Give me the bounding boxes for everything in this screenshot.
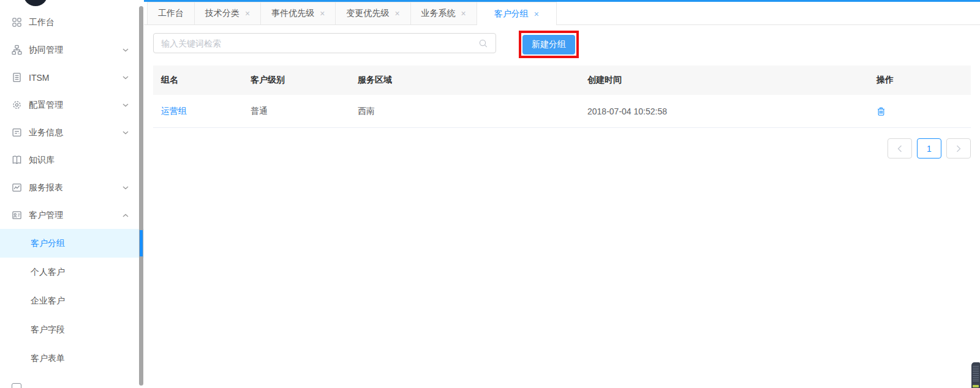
chevron-down-icon: [123, 131, 129, 135]
annotation-highlight-box: 新建分组: [519, 31, 579, 58]
sidebar-subitem-individual-customers[interactable]: 个人客户: [0, 258, 144, 286]
form-icon: [12, 127, 22, 138]
pagination-prev-button[interactable]: [888, 138, 912, 159]
org-chart-icon: [12, 45, 22, 55]
search-box: [153, 33, 496, 53]
chevron-right-icon: [956, 145, 961, 152]
close-tab-icon[interactable]: [461, 9, 466, 18]
sidebar-item-label: 知识库: [29, 155, 55, 166]
tab-bar: 工作台 技术分类 事件优先级 变更优先级 业务系统 客户分组: [144, 2, 980, 25]
sidebar-subitem-customer-fields[interactable]: 客户字段: [0, 315, 144, 344]
tab-label: 客户分组: [494, 9, 529, 20]
grid-icon: [12, 17, 22, 28]
chevron-down-icon: [123, 186, 129, 190]
column-header-service-region: 服务区域: [350, 75, 579, 86]
report-chart-icon: [12, 182, 22, 193]
active-item-marker: [140, 230, 143, 256]
tab-change-priority[interactable]: 变更优先级: [335, 2, 410, 24]
tab-business-system[interactable]: 业务系统: [410, 2, 477, 24]
sidebar-item-knowledge-base[interactable]: 知识库: [0, 146, 144, 174]
id-card-icon: [12, 210, 22, 220]
close-tab-icon[interactable]: [320, 9, 325, 18]
sidebar-item-collaboration[interactable]: 协同管理: [0, 36, 144, 64]
service-region-cell: 西南: [350, 106, 579, 117]
tab-workbench[interactable]: 工作台: [147, 2, 195, 24]
customer-groups-table: 组名 客户级别 服务区域 创建时间 操作 运营组 普通 西南 2018-07-0…: [153, 65, 971, 128]
sidebar-subitem-label: 企业客户: [31, 296, 65, 307]
tab-tech-category[interactable]: 技术分类: [194, 2, 261, 24]
customer-level-cell: 普通: [243, 106, 350, 117]
sidebar-item-label: 工作台: [29, 17, 55, 28]
column-header-actions: 操作: [869, 75, 971, 86]
sidebar-scrollbar-thumb[interactable]: [139, 6, 143, 386]
sidebar-subitem-customer-forms[interactable]: 客户表单: [0, 344, 144, 373]
close-tab-icon[interactable]: [534, 10, 539, 18]
sidebar-item-customer-management[interactable]: 客户管理: [0, 201, 144, 229]
floating-dock-widget[interactable]: [971, 362, 980, 388]
sidebar-item-label: 服务报表: [29, 182, 63, 193]
main-content: 工作台 技术分类 事件优先级 变更优先级 业务系统 客户分组: [144, 0, 980, 388]
sidebar-item-label: 业务信息: [29, 127, 63, 138]
gear-icon: [12, 100, 22, 110]
created-at-cell: 2018-07-04 10:52:58: [579, 106, 869, 116]
sidebar-item-label: ITSM: [29, 73, 49, 83]
tab-label: 事件优先级: [271, 8, 314, 19]
sidebar-item-label: 配置管理: [29, 100, 63, 111]
app-logo: [23, 0, 48, 6]
document-icon: [12, 72, 22, 83]
dock-green-indicator: [973, 385, 979, 387]
tab-label: 技术分类: [205, 8, 239, 19]
sidebar-subitem-label: 客户字段: [31, 324, 65, 335]
pagination-page-1[interactable]: 1: [917, 138, 941, 159]
tab-label: 业务系统: [421, 8, 456, 19]
sidebar-item-label: 协同管理: [29, 45, 63, 56]
search-input[interactable]: [154, 39, 478, 48]
sidebar-item-itsm[interactable]: ITSM: [0, 64, 144, 91]
chevron-down-icon: [123, 76, 129, 80]
chevron-down-icon: [123, 48, 129, 52]
tab-label: 工作台: [158, 8, 184, 19]
sidebar-subitem-customer-groups[interactable]: 客户分组: [0, 229, 144, 258]
close-tab-icon[interactable]: [245, 9, 250, 18]
group-name-link[interactable]: 运营组: [161, 106, 187, 116]
tab-customer-groups[interactable]: 客户分组: [477, 2, 557, 25]
pagination: 1: [888, 138, 971, 159]
dock-stripes: [973, 366, 979, 382]
sidebar-subitem-enterprise-customers[interactable]: 企业客户: [0, 286, 144, 315]
pagination-next-button[interactable]: [946, 138, 971, 159]
tab-label: 变更优先级: [346, 8, 389, 19]
sidebar-subitem-label: 客户表单: [31, 353, 65, 364]
trash-icon[interactable]: [876, 106, 886, 116]
tab-incident-priority[interactable]: 事件优先级: [260, 2, 336, 24]
clipped-menu-icon: [12, 383, 21, 388]
chevron-down-icon: [123, 103, 129, 107]
chevron-left-icon: [897, 145, 902, 152]
search-icon[interactable]: [478, 39, 488, 48]
column-header-customer-level: 客户级别: [243, 75, 350, 86]
sidebar: 工作台 协同管理 ITSM: [0, 0, 144, 388]
sidebar-item-configuration[interactable]: 配置管理: [0, 91, 144, 119]
sidebar-subitem-label: 客户分组: [31, 238, 65, 249]
column-header-created-at: 创建时间: [579, 75, 869, 86]
book-icon: [12, 155, 22, 165]
sidebar-item-service-reports[interactable]: 服务报表: [0, 174, 144, 201]
sidebar-item-business-info[interactable]: 业务信息: [0, 119, 144, 146]
new-group-button[interactable]: 新建分组: [522, 35, 575, 54]
page-number: 1: [927, 144, 932, 154]
sidebar-subitem-label: 个人客户: [31, 267, 65, 278]
column-header-group-name: 组名: [153, 75, 243, 86]
close-tab-icon[interactable]: [394, 9, 399, 18]
chevron-up-icon: [123, 214, 129, 217]
table-header-row: 组名 客户级别 服务区域 创建时间 操作: [153, 65, 971, 95]
sidebar-item-workbench[interactable]: 工作台: [0, 9, 144, 36]
sidebar-nav: 工作台 协同管理 ITSM: [0, 9, 144, 373]
sidebar-item-label: 客户管理: [29, 210, 63, 221]
table-row: 运营组 普通 西南 2018-07-04 10:52:58: [153, 95, 971, 128]
